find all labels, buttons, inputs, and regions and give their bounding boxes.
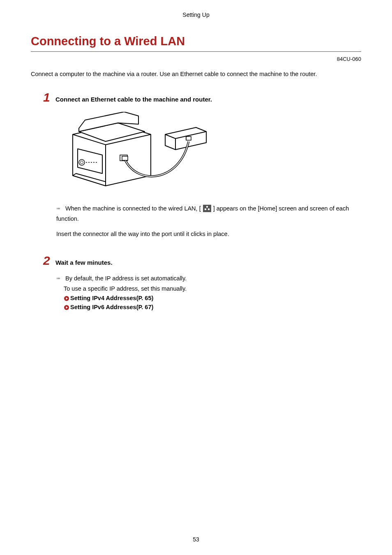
- step-2-header: 2 Wait a few minutes.: [43, 254, 361, 268]
- link-bullet-icon: [64, 296, 69, 301]
- step-1-header: 1 Connect an Ethernet cable to the machi…: [43, 90, 361, 104]
- step-number-1: 1: [43, 90, 55, 104]
- step-number-2: 2: [43, 254, 55, 268]
- step-2-line2: To use a specific IP address, set this m…: [64, 284, 357, 294]
- result-arrow-icon: ➠: [56, 274, 63, 283]
- svg-rect-7: [186, 136, 191, 140]
- page-number: 53: [0, 536, 392, 543]
- step-2-line1: By default, the IP address is set automa…: [65, 275, 187, 282]
- section-header: Setting Up: [31, 12, 361, 18]
- step-2-body: ➠ By default, the IP address is set auto…: [56, 273, 357, 312]
- link-ipv6[interactable]: Setting IPv6 Addresses(P. 67): [64, 303, 357, 312]
- step-1-body: ➠ When the machine is connected to the w…: [56, 112, 357, 240]
- link-ipv4-text: Setting IPv4 Addresses(P. 65): [70, 294, 153, 303]
- intro-paragraph: Connect a computer to the machine via a …: [31, 69, 361, 79]
- step-1-result-pre: When the machine is connected to the wir…: [65, 205, 201, 212]
- step-1-title: Connect an Ethernet cable to the machine…: [55, 96, 212, 103]
- link-ipv6-text: Setting IPv6 Addresses(P. 67): [70, 303, 153, 312]
- link-bullet-icon: [64, 305, 69, 310]
- link-ipv4[interactable]: Setting IPv4 Addresses(P. 65): [64, 294, 357, 303]
- wired-lan-icon: [203, 205, 211, 212]
- document-code: 84CU-060: [31, 56, 361, 62]
- step-2-title: Wait a few minutes.: [55, 259, 113, 266]
- page-title: Connecting to a Wired LAN: [31, 35, 361, 52]
- svg-rect-6: [122, 156, 128, 160]
- step-1-note: Insert the connector all the way into th…: [56, 229, 357, 239]
- step-2-result: ➠ By default, the IP address is set auto…: [56, 273, 357, 284]
- ethernet-connection-illustration: [56, 112, 357, 193]
- result-arrow-icon: ➠: [56, 204, 63, 213]
- step-1-result: ➠ When the machine is connected to the w…: [56, 204, 357, 224]
